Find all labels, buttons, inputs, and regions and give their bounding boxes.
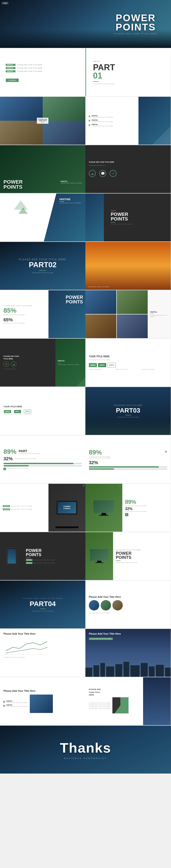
slide-parts-nav: PART01 PLEASE ADD YOUR TITLE HERE PART02… [0,49,85,96]
icon-chat: 💬 [99,170,106,177]
slide-part03: PLEASE ADD YOUR TITLE HERE PART03 PLEASE… [85,387,171,435]
slide-please-pie: PLEASE ADD YOUR TITLE HERE PLEASE ADD YO… [85,677,171,725]
slide-89-plus: 89% PLEASE ADD YOUR TITLE HERE PLEASE AD… [85,435,171,483]
slide-photo-grid: PLEASE ADD YOUR TITLE HERE [0,97,85,145]
svg-rect-3 [101,663,105,677]
part2-text: PLEASE ADD YOUR TITLE HERE [17,67,42,69]
slide-parts-device: PART01 PLEASE ADD YOUR TITLE HERE PART02… [0,484,85,532]
slide-part02: PLEASE ADD YOUR TITLE HERE PART02 PLEASE… [0,242,85,290]
svg-rect-8 [141,663,148,677]
slide-pct-bars: YOUR TITLE HERE ≤65% YOUR TITLE ≥85% YOU… [0,387,85,435]
svg-rect-2 [93,665,99,677]
svg-rect-10 [156,665,164,677]
slide-part01-header: PART01 PART 01 PLEASE ADD YOUR TITLE HER… [85,49,171,96]
slide-part04: PLEASE ADD YOUR TITLE HERE PART04 PLEASE… [0,581,85,628]
slide-thanks: Thanks BUSINESS POWERPOINT [0,726,171,774]
slide-power-green: POWER POINTS PART01 PLEASE ADD YOUR TITL… [0,145,85,193]
svg-rect-11 [165,668,171,677]
slide-dark-part01: PLEASE ADD YOUR TITLE HERE ✉ ☁ YOUR TITL… [0,339,85,386]
svg-rect-4 [106,666,114,677]
slide-please-city: Please Add Your Title Here PLEASE ADD YO… [85,629,171,677]
part1-badge: PART01 [6,64,16,66]
continue-btn[interactable]: Continue [6,79,19,82]
thanks-sub: BUSINESS POWERPOINT [60,757,111,760]
slide-multi-photos: PART01 PLEASE ADD YOUR TITLE HERE [85,290,171,338]
slide-power-pct: PLEASE ADD YOUR TITLE HERE 85% PLEASE AD… [0,290,85,338]
svg-rect-9 [149,666,154,677]
dark-title: PLEASE ADD YOUR TITLE HERE [89,161,167,163]
part2-badge: PART02 [6,67,16,69]
main-title-line1: POWER [114,13,157,23]
slide-dark-icons: PLEASE ADD YOUR TITLE HERE Please add yo… [85,145,171,193]
icon-share: ↗ [110,170,117,177]
slide-partone: PARTONE PLEASE ADD YOUR TITLE HERE [0,193,85,241]
thanks-title: Thanks [60,740,111,756]
slide-your-title: YOUR TITLE HERE PLEASE ADD YOUR TITLE HE… [85,339,171,386]
part1-text: PLEASE ADD YOUR TITLE HERE [17,64,42,66]
slide-title: Logo POWER POINTS PLEASE ADD YOUR TITLE … [0,0,171,48]
part01-sub: PLEASE ADD YOUR TITLE HERE [93,83,164,85]
svg-rect-1 [85,668,92,677]
title-block: POWER POINTS PLEASE ADD YOUR TITLE HERE [114,13,157,35]
icon-cloud: ☁ [89,170,96,177]
please-title: Please Add Your Title Here [89,595,167,598]
slide-parts-arrows: Please Add Your Title Here PART01 PLEASE… [0,677,85,725]
main-subtitle: PLEASE ADD YOUR TITLE HERE [114,33,157,35]
slide-89-device: 89% PLEASE ADD YOUR TITLE HERE 32% PLEAS… [85,484,171,532]
svg-rect-7 [131,665,140,677]
svg-rect-5 [115,664,122,677]
slide-phone-power: POWER POINTS PART01 PLEASE ADD YOUR TITL… [0,532,85,580]
part3-text: PLEASE ADD YOUR TITLE HERE [17,70,42,72]
slide-please-photos: Please Add Your Title Here PLEASE ADD YO… [85,581,171,628]
slide-device-field: PLEASE ADD YOUR TITLE HERE POWER POINTS … [85,532,171,580]
part3-badge: PART03 [6,70,16,72]
slide-please-chart: Please Add Your Title Here PLEASE ADD YO… [0,629,85,677]
slide-power-dark: PART01 POWER POINTS PLEASE ADD YOUR TITL… [85,193,171,241]
presentation: Logo POWER POINTS PLEASE ADD YOUR TITLE … [0,0,171,774]
slide-89-part: 89% PART PLEASE ADD YOUR TITLE HERE 32% … [0,435,85,483]
slide-parts-photo: PART01 PLEASE ADD YOUR TITLE HERE PART02… [85,97,171,145]
logo-area: Logo [2,2,8,4]
svg-rect-6 [123,662,129,677]
slide-sunset: PLEASE ADD YOUR TITLE HERE [85,242,171,290]
logo-text: Logo [2,2,8,4]
main-title-line2: POINTS [114,23,157,32]
